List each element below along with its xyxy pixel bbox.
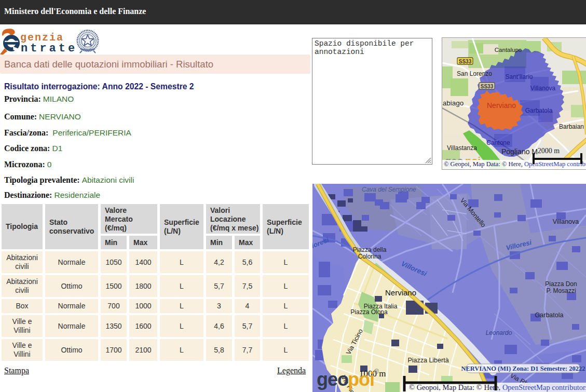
svg-text:Colorina: Colorina xyxy=(358,253,381,260)
svg-text:Piazza Don: Piazza Don xyxy=(545,280,577,288)
svg-text:Barbaian: Barbaian xyxy=(559,123,584,130)
svg-text:Garbatola: Garbatola xyxy=(535,312,564,319)
svg-text:Piazza Libertà: Piazza Libertà xyxy=(407,357,448,364)
svg-text:© Geopoi, Map Data: © Here, Op: © Geopoi, Map Data: © Here, OpenStreetMa… xyxy=(409,383,586,391)
svg-text:Pogliano M: Pogliano M xyxy=(501,147,538,156)
svg-text:Villanova: Villanova xyxy=(530,85,556,92)
svg-text:Villastanza: Villastanza xyxy=(447,144,477,152)
svg-text:Piazza Olona: Piazza Olona xyxy=(350,308,388,316)
svg-text:San Lorenzo: San Lorenzo xyxy=(457,70,492,77)
svg-text:Cantalupo: Cantalupo xyxy=(495,47,522,53)
svg-text:Villanova: Villanova xyxy=(553,218,579,225)
svg-text:Garbatola: Garbatola xyxy=(525,107,553,114)
svg-text:SS33: SS33 xyxy=(459,59,472,64)
svg-text:ntrate: ntrate xyxy=(21,42,77,55)
svg-text:geo: geo xyxy=(317,369,348,390)
svg-text:SS33: SS33 xyxy=(481,84,494,89)
svg-text:Piazza della: Piazza della xyxy=(353,246,387,253)
svg-text:abiago: abiago xyxy=(443,99,464,107)
svg-text:2000 m: 2000 m xyxy=(538,147,560,155)
svg-text:NERVIANO (MI) Zona: D1 Semestr: NERVIANO (MI) Zona: D1 Semestre: 20222 xyxy=(461,365,585,372)
svg-text:®: ® xyxy=(374,368,379,375)
svg-text:Sant'Ilario: Sant'Ilario xyxy=(506,73,533,80)
svg-text:Cava del Sempione: Cava del Sempione xyxy=(362,186,416,193)
svg-text:© Geopoi, Map Data: © Here, Op: © Geopoi, Map Data: © Here, OpenStreetMa… xyxy=(444,160,586,168)
svg-text:Nerviano: Nerviano xyxy=(487,101,516,110)
svg-text:Cantone: Cantone xyxy=(486,139,510,146)
svg-text:poi: poi xyxy=(348,369,374,390)
svg-text:Nerviano: Nerviano xyxy=(385,288,416,297)
svg-text:P. Mosazzi: P. Mosazzi xyxy=(546,287,576,294)
svg-text:Leonardo: Leonardo xyxy=(486,329,512,336)
